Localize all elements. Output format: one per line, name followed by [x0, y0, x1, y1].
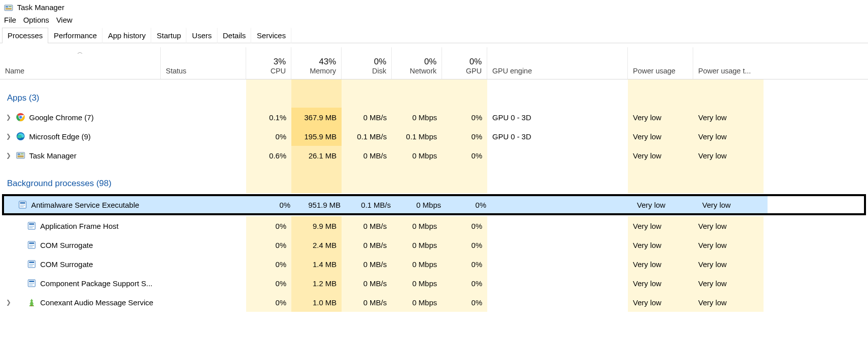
- cell-status: [161, 274, 246, 293]
- process-table: ︿ Name Status 3% CPU 43% Memory 0% Disk …: [0, 47, 868, 312]
- cell-name: Application Frame Host: [0, 216, 161, 235]
- cell-disk: 0 MB/s: [342, 293, 392, 312]
- col-name[interactable]: ︿ Name: [0, 47, 161, 79]
- cell-cpu: 0%: [246, 216, 291, 235]
- col-gpu-engine[interactable]: GPU engine: [487, 47, 628, 79]
- tab-performance[interactable]: Performance: [48, 28, 102, 43]
- cell-status: [165, 196, 250, 213]
- process-row[interactable]: ❯Task Manager 0.6% 26.1 MB 0 MB/s 0 Mbps…: [0, 146, 868, 165]
- col-status[interactable]: Status: [161, 47, 246, 79]
- group-row[interactable]: Background processes (98): [0, 174, 868, 193]
- expand-icon[interactable]: ❯: [5, 299, 12, 306]
- col-gpu[interactable]: 0% GPU: [442, 47, 487, 79]
- process-name: Application Frame Host: [40, 222, 119, 230]
- cell-memory: 1.0 MB: [291, 293, 342, 312]
- process-row[interactable]: ❯Google Chrome (7) 0.1% 367.9 MB 0 MB/s …: [0, 108, 868, 127]
- col-memory-label: Memory: [310, 67, 336, 75]
- col-power-trend[interactable]: Power usage t...: [693, 47, 764, 79]
- cell-power: Very low: [628, 108, 693, 127]
- col-cpu[interactable]: 3% CPU: [246, 47, 291, 79]
- cell-disk: 0 MB/s: [342, 146, 392, 165]
- cell-disk: 0 MB/s: [342, 235, 392, 254]
- col-gpu-label: GPU: [466, 67, 482, 75]
- process-name: Antimalware Service Executable: [31, 201, 139, 209]
- process-row[interactable]: Application Frame Host 0% 9.9 MB 0 MB/s …: [0, 216, 868, 235]
- expand-icon[interactable]: ❯: [5, 133, 12, 140]
- cell-disk: 0.1 MB/s: [346, 196, 396, 213]
- cell-power: Very low: [628, 293, 693, 312]
- cell-power: Very low: [628, 216, 693, 235]
- menu-view[interactable]: View: [56, 16, 72, 24]
- tab-services[interactable]: Services: [251, 28, 291, 43]
- cell-name: Component Package Support S...: [0, 274, 161, 293]
- col-power[interactable]: Power usage: [628, 47, 693, 79]
- expand-icon[interactable]: ❯: [5, 152, 12, 159]
- cell-status: [161, 146, 246, 165]
- cell-network: 0 Mbps: [392, 293, 442, 312]
- cell-network: 0 Mbps: [392, 274, 442, 293]
- cell-power-trend: Very low: [693, 127, 764, 146]
- col-network[interactable]: 0% Network: [392, 47, 442, 79]
- cell-network: 0.1 Mbps: [392, 127, 442, 146]
- cell-power: Very low: [628, 127, 693, 146]
- menu-bar: File Options View: [0, 14, 868, 27]
- app-icon: [4, 4, 13, 12]
- cell-name: COM Surrogate: [0, 254, 161, 274]
- cell-cpu: 0.6%: [246, 146, 291, 165]
- cell-gpu: 0%: [442, 127, 487, 146]
- cell-cpu: 0%: [246, 127, 291, 146]
- process-row[interactable]: COM Surrogate 0% 1.4 MB 0 MB/s 0 Mbps 0%…: [0, 254, 868, 274]
- edge-icon: [16, 132, 25, 141]
- cell-network: 0 Mbps: [392, 216, 442, 235]
- cell-network: 0 Mbps: [392, 108, 442, 127]
- cell-gpu-engine: [487, 274, 628, 293]
- cell-cpu: 0%: [246, 293, 291, 312]
- cell-cpu: 0%: [246, 254, 291, 274]
- tab-details[interactable]: Details: [218, 28, 252, 43]
- expand-icon[interactable]: ❯: [5, 114, 12, 121]
- cell-disk: 0 MB/s: [342, 254, 392, 274]
- cell-network: 0 Mbps: [392, 146, 442, 165]
- process-row[interactable]: ❯Conexant Audio Message Service 0% 1.0 M…: [0, 293, 868, 312]
- cell-gpu: 0%: [442, 108, 487, 127]
- group-row[interactable]: Apps (3): [0, 89, 868, 108]
- process-name: Google Chrome (7): [29, 113, 93, 122]
- cell-gpu-engine: [487, 235, 628, 254]
- col-disk[interactable]: 0% Disk: [342, 47, 392, 79]
- col-gpu-engine-label: GPU engine: [492, 67, 532, 75]
- process-name: Task Manager: [29, 151, 76, 160]
- col-memory[interactable]: 43% Memory: [291, 47, 342, 79]
- cell-network: 0 Mbps: [392, 254, 442, 274]
- cpu-total: 3%: [273, 57, 286, 67]
- cell-memory: 367.9 MB: [291, 108, 342, 127]
- process-row[interactable]: Component Package Support S... 0% 1.2 MB…: [0, 274, 868, 293]
- cell-gpu-engine: [487, 146, 628, 165]
- cell-network: 0 Mbps: [392, 235, 442, 254]
- cell-disk: 0.1 MB/s: [342, 127, 392, 146]
- window-title: Task Manager: [17, 3, 64, 12]
- menu-file[interactable]: File: [4, 16, 16, 24]
- cell-power: Very low: [632, 196, 697, 213]
- process-row[interactable]: COM Surrogate 0% 2.4 MB 0 MB/s 0 Mbps 0%…: [0, 235, 868, 254]
- cell-gpu-engine: [491, 196, 632, 213]
- col-name-label: Name: [5, 67, 25, 75]
- tab-processes[interactable]: Processes: [2, 28, 48, 43]
- chrome-icon: [16, 113, 25, 122]
- cell-memory: 195.9 MB: [291, 127, 342, 146]
- cell-cpu: 0%: [246, 274, 291, 293]
- cell-memory: 951.9 MB: [295, 196, 346, 213]
- cell-status: [161, 127, 246, 146]
- generic-icon: [27, 279, 36, 288]
- process-row[interactable]: ❯Microsoft Edge (9) 0% 195.9 MB 0.1 MB/s…: [0, 127, 868, 146]
- menu-options[interactable]: Options: [23, 16, 49, 24]
- table-header: ︿ Name Status 3% CPU 43% Memory 0% Disk …: [0, 47, 868, 79]
- tab-app-history[interactable]: App history: [102, 28, 151, 43]
- cell-status: [161, 235, 246, 254]
- cell-status: [161, 108, 246, 127]
- tab-users[interactable]: Users: [186, 28, 217, 43]
- svg-rect-3: [6, 8, 12, 10]
- disk-total: 0%: [374, 57, 386, 67]
- tab-startup[interactable]: Startup: [151, 28, 186, 43]
- highlighted-row[interactable]: Antimalware Service Executable 0% 951.9 …: [2, 194, 866, 215]
- cell-memory: 26.1 MB: [291, 146, 342, 165]
